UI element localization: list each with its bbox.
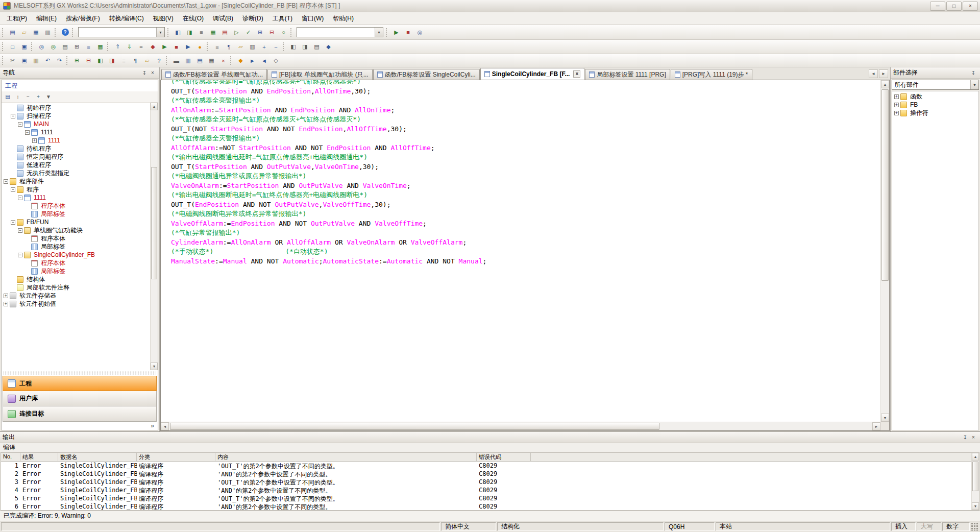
display-format-icon[interactable]: ▥ (247, 41, 258, 52)
column-header-6[interactable]: 错误代码 (477, 453, 531, 461)
verify-with-plc-icon[interactable]: = (136, 41, 146, 52)
element-selection-icon[interactable]: ◨ (300, 41, 310, 52)
tab-scroll-right-icon[interactable]: ► (879, 69, 888, 78)
menu-item-10[interactable]: 窗口(W) (297, 12, 328, 25)
paste-icon[interactable]: ▥ (31, 55, 41, 66)
menu-item-5[interactable]: 视图(V) (149, 12, 178, 25)
arrange-icons-icon[interactable]: ▦ (206, 55, 217, 66)
tile-horizontally-icon[interactable]: ▤ (194, 55, 205, 66)
column-header-1[interactable]: No. (1, 453, 20, 461)
expand-icon[interactable]: + (4, 294, 8, 298)
menu-item-11[interactable]: 帮助(H) (328, 12, 358, 25)
scroll-up-icon[interactable]: ▲ (151, 103, 158, 110)
error-row-5[interactable]: 5ErrorSingleCoilCylinder_FB编译程序'OUT_T'的第… (1, 494, 971, 502)
scroll-thumb[interactable] (151, 167, 157, 279)
tree-item-15[interactable]: −FB/FUN (2, 218, 150, 226)
tree-item-4[interactable]: −1111 (2, 128, 150, 136)
error-row-4[interactable]: 4ErrorSingleCoilCylinder_FB编译程序'AND'的第2个… (1, 486, 971, 494)
scroll-thumb[interactable] (972, 462, 978, 491)
scroll-thumb[interactable] (881, 89, 889, 281)
project-view-button[interactable]: 工程 (3, 376, 157, 391)
nav-collapse-chevrons[interactable]: » (2, 422, 158, 430)
expand-icon[interactable]: + (32, 138, 37, 143)
delete-column-icon[interactable]: ◨ (107, 55, 117, 66)
global-label-icon[interactable]: ▦ (208, 27, 218, 38)
splitter-handle[interactable] (3, 371, 156, 375)
zoom-in-icon[interactable]: + (259, 41, 270, 52)
program-check-icon[interactable]: ✓ (243, 27, 254, 38)
split-window-icon[interactable]: ▬ (171, 55, 182, 66)
build-icon[interactable]: ⊞ (255, 27, 265, 38)
device-list-icon[interactable]: ≡ (83, 41, 94, 52)
bookmark-toggle-icon[interactable]: ◆ (235, 55, 246, 66)
collapse-icon[interactable]: − (18, 122, 22, 127)
cut-icon[interactable]: ✂ (7, 55, 18, 66)
undo-icon[interactable]: ↶ (42, 55, 53, 66)
parts-folder-operator[interactable]: +操作符 (892, 109, 978, 117)
scroll-thumb[interactable] (170, 423, 659, 430)
tree-item-16[interactable]: −单线圈气缸功能块 (2, 226, 150, 234)
tree-item-1[interactable]: 初始程序 (2, 104, 150, 112)
watch-window-icon[interactable]: ▦ (95, 41, 106, 52)
menu-item-2[interactable]: 编辑(E) (32, 12, 61, 25)
tree-scrollbar[interactable]: ▲ ▼ (150, 103, 158, 370)
error-row-2[interactable]: 2ErrorSingleCoilCylinder_FB编译程序'AND'的第2个… (1, 470, 971, 478)
tree-item-12[interactable]: −1111 (2, 194, 150, 202)
tree-item-18[interactable]: 局部标签 (2, 243, 150, 251)
scroll-down-icon[interactable]: ▼ (881, 414, 889, 422)
code-viewport[interactable]: (*气缸传感器全亮延时=气缸原点传感器亮+气缸终点传感器亮*)OUT_T(Sta… (161, 80, 880, 422)
remote-operation-icon[interactable]: ◆ (148, 41, 158, 52)
output-window-icon[interactable]: ▤ (311, 41, 322, 52)
collapse-icon[interactable]: − (18, 253, 22, 257)
expand-all-icon[interactable]: + (34, 92, 43, 102)
sort-tree-icon[interactable]: ↕ (13, 92, 22, 102)
bookmark-next-icon[interactable]: ► (247, 55, 258, 66)
note-edit-icon[interactable]: ▱ (142, 55, 153, 66)
statement-display-icon[interactable]: ¶ (224, 41, 234, 52)
bookmark-prev-icon[interactable]: ◄ (259, 55, 270, 66)
tree-item-19[interactable]: −SingleCoilCylinder_FB (2, 251, 150, 259)
close-all-windows-icon[interactable]: × (218, 55, 229, 66)
tree-item-2[interactable]: −扫描程序 (2, 112, 150, 120)
print-icon[interactable]: ▥ (42, 27, 53, 38)
code-area[interactable]: (*气缸传感器全亮延时=气缸原点传感器亮+气缸终点传感器亮*)OUT_T(Sta… (171, 80, 486, 266)
scroll-left-icon[interactable]: ◄ (161, 422, 169, 430)
close-panel-icon[interactable]: × (149, 69, 157, 77)
tree-item-24[interactable]: +软元件存储器 (2, 292, 150, 300)
simulation-icon[interactable]: ▷ (231, 27, 242, 38)
connection-destination-button[interactable]: 连接目标 (3, 406, 157, 422)
menu-item-3[interactable]: 搜索/替换(F) (61, 12, 105, 25)
pin-icon[interactable]: ↧ (969, 69, 977, 77)
cross-reference-icon[interactable]: ⊞ (71, 41, 82, 52)
menu-item-4[interactable]: 转换/编译(C) (105, 12, 149, 25)
help-icon[interactable]: ? (60, 27, 70, 38)
zoom-out-icon[interactable]: − (271, 41, 281, 52)
tab-5[interactable]: 局部标签设置 1111 [PRG] (585, 69, 670, 80)
redo-icon[interactable]: ↷ (54, 55, 65, 66)
parts-folder-fb[interactable]: +FB (892, 101, 978, 109)
dropdown-arrow-icon[interactable]: ▼ (375, 28, 383, 37)
column-header-4[interactable]: 分类 (137, 453, 215, 461)
tree-item-22[interactable]: 结构体 (2, 275, 150, 283)
collapse-icon[interactable]: − (18, 196, 22, 200)
tree-item-8[interactable]: 低速程序 (2, 161, 150, 169)
tree-menu-dropdown-icon[interactable]: ▼ (44, 92, 53, 102)
close-button[interactable]: × (963, 2, 978, 11)
editor-horizontal-scrollbar[interactable]: ◄ ► (161, 422, 880, 430)
tab-4[interactable]: SingleCoilCylinder_FB [F...× (480, 68, 585, 80)
insert-row-icon[interactable]: ⊞ (71, 55, 82, 66)
error-row-3[interactable]: 3ErrorSingleCoilCylinder_FB编译程序'OUT_T'的第… (1, 478, 971, 486)
collapse-icon[interactable]: − (11, 187, 15, 192)
tree-item-21[interactable]: 局部标签 (2, 267, 150, 275)
tab-2[interactable]: [FB]读取 单线圈气缸功能块 (只... (267, 69, 373, 80)
write-to-plc-icon[interactable]: ⇑ (112, 41, 123, 52)
window-cascade-icon[interactable]: ▣ (19, 41, 30, 52)
tree-item-5[interactable]: +1111 (2, 136, 150, 144)
pin-icon[interactable]: ↧ (140, 69, 149, 77)
tree-item-6[interactable]: 待机程序 (2, 144, 150, 153)
docking-window-icon[interactable]: ◧ (288, 41, 299, 52)
menu-item-7[interactable]: 调试(B) (208, 12, 238, 25)
collapse-icon[interactable]: − (18, 228, 22, 233)
tree-view-mode-icon[interactable]: ▤ (3, 92, 12, 102)
monitor-write-mode-icon[interactable]: ▶ (183, 41, 193, 52)
